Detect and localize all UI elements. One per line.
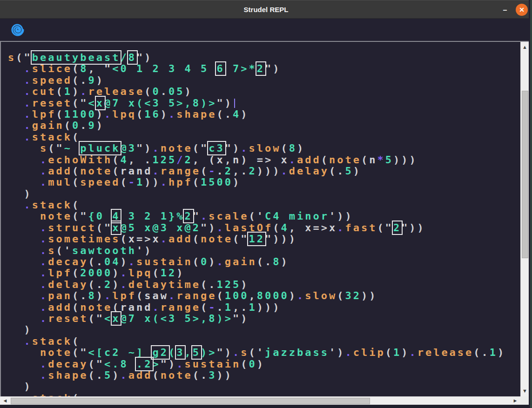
code-line[interactable]: ): [8, 188, 520, 200]
code-token: ): [176, 267, 184, 279]
code-token: (: [88, 256, 96, 268]
code-token: (: [72, 301, 80, 313]
code-token: (: [329, 165, 337, 177]
code-token: gain: [225, 256, 257, 268]
code-token: 0: [152, 86, 160, 97]
code-token: .: [216, 165, 224, 177]
active-token: 2: [184, 210, 192, 222]
code-token: (: [273, 222, 281, 234]
code-line[interactable]: s("beautybeast/8"): [8, 52, 520, 63]
scrollbar-corner: [520, 396, 529, 405]
code-token: .: [24, 131, 32, 143]
code-token: (: [193, 369, 201, 381]
code-line[interactable]: s("~ pluck@3").note("c3").slow(8): [8, 143, 520, 154]
code-token: rand: [120, 301, 152, 313]
code-token: [8, 335, 24, 347]
code-line[interactable]: .sometimes(x=>x.add(note("12"))): [8, 234, 520, 245]
code-line[interactable]: .stack(: [8, 336, 520, 347]
code-line[interactable]: .speed(.9): [8, 75, 520, 86]
code-token: [8, 86, 24, 97]
code-token: 5: [104, 369, 112, 381]
code-token: slow: [249, 142, 281, 154]
code-line[interactable]: .stack(: [8, 132, 520, 143]
code-line[interactable]: .echoWith(4, .125/2, (x,n) => x.add(note…: [8, 154, 520, 166]
code-line[interactable]: .stack(: [8, 393, 520, 396]
code-line[interactable]: .mul(speed(-1)).hpf(1500): [8, 177, 520, 188]
horizontal-scrollbar-track[interactable]: ◄ ►: [0, 396, 520, 405]
code-line[interactable]: .decay(.04).sustain(0).gain(.8): [8, 256, 520, 268]
code-line[interactable]: .shape(.5).add(note(.3)): [8, 370, 520, 381]
vertical-scrollbar-thumb[interactable]: [522, 91, 528, 258]
code-line[interactable]: .reset("<x@7 x(<3 5>,8)>"): [8, 313, 520, 324]
code-token: "): [265, 63, 281, 74]
code-token: 8: [80, 63, 88, 74]
code-token: .: [24, 120, 32, 131]
code-line[interactable]: .pan(.8).lpf(saw.range(100,8000).slow(32…: [8, 290, 520, 301]
code-line[interactable]: .delay(.2).delaytime(.125): [8, 279, 520, 290]
code-token: ): [233, 176, 241, 188]
code-token: 100: [225, 290, 249, 301]
code-token: (: [321, 154, 329, 166]
strudel-spiral-logo-icon[interactable]: [10, 22, 25, 37]
close-button[interactable]: ✕: [516, 4, 528, 16]
code-line[interactable]: .struct("x@5 x@3 x@2").lastOf(4, x=>x.fa…: [8, 222, 520, 234]
code-token: .: [289, 154, 297, 166]
code-token: 9: [88, 120, 96, 131]
minimize-button[interactable]: –: [498, 3, 512, 17]
code-token: .: [80, 86, 88, 97]
code-token: [8, 313, 40, 324]
code-line[interactable]: .lpf(1100).lpq(16).shape(.4): [8, 109, 520, 120]
code-token: .: [152, 301, 160, 313]
code-line[interactable]: .stack(: [8, 200, 520, 211]
code-token: 7>*: [225, 63, 257, 74]
code-token: lpq: [128, 267, 153, 279]
code-token: .: [24, 108, 32, 120]
code-token: .: [345, 347, 353, 358]
code-token: 1100: [64, 108, 96, 120]
code-token: n: [369, 154, 377, 166]
vertical-scrollbar-track[interactable]: ▲ ▼: [520, 42, 529, 396]
code-token: .: [24, 335, 32, 347]
code-token: [8, 97, 24, 109]
code-token: (": [72, 347, 88, 358]
code-token: (": [233, 233, 249, 245]
code-line[interactable]: .add(note(rand.range(-.1,.1))): [8, 302, 520, 313]
code-token: note: [40, 210, 72, 222]
code-token: ,: [184, 347, 192, 358]
code-token: ): [8, 381, 32, 392]
code-line[interactable]: .reset("<x@7 x(<3 5>,8)>"): [8, 98, 520, 109]
code-line[interactable]: .cut(1).release(0.05): [8, 86, 520, 97]
code-token: 2: [249, 165, 256, 177]
code-token: ): [241, 279, 249, 290]
code-token: saw: [144, 290, 168, 301]
code-token: .: [161, 86, 168, 97]
code-line[interactable]: .decay("<.8 .2>").sustain(0): [8, 359, 520, 370]
code-line[interactable]: note("{0 4 3 2 1}%2".scale('C4 minor')): [8, 211, 520, 222]
code-token: .: [241, 165, 249, 177]
scroll-down-arrow-icon[interactable]: ▼: [521, 388, 529, 394]
code-line[interactable]: .add(note(rand.range(-.2,.2))).delay(.5): [8, 166, 520, 177]
scroll-up-arrow-icon[interactable]: ▲: [521, 45, 529, 50]
code-token: s: [48, 245, 56, 256]
code-token: ): [96, 74, 104, 86]
scroll-right-arrow-icon[interactable]: ►: [512, 398, 519, 403]
code-token: [8, 358, 40, 370]
code-token: (: [193, 233, 201, 245]
code-token: ))): [257, 301, 281, 313]
code-line[interactable]: note("<[c2 ~] g2(3,5)>").s('jazzbass').c…: [8, 347, 520, 358]
code-line[interactable]: .lpf(2000).lpq(12): [8, 268, 520, 279]
scroll-left-arrow-icon[interactable]: ◄: [2, 398, 8, 403]
code-token: ): [120, 256, 128, 268]
horizontal-scrollbar-thumb[interactable]: [11, 398, 370, 404]
code-line[interactable]: .slice(8, "<0 1 2 3 4 5 6 7>*2"): [8, 63, 520, 74]
code-token: (: [72, 267, 80, 279]
code-line[interactable]: .s('sawtooth'): [8, 245, 520, 256]
code-token: stack: [32, 335, 72, 347]
code-token: slow: [305, 290, 337, 301]
code-line[interactable]: ): [8, 381, 520, 392]
code-line[interactable]: .gain(0.9): [8, 120, 520, 131]
code-token: (": [377, 222, 393, 234]
code-token: pan: [48, 290, 72, 301]
code-line[interactable]: ): [8, 324, 520, 335]
code-area[interactable]: s("beautybeast/8") .slice(8, "<0 1 2 3 4…: [1, 42, 520, 396]
